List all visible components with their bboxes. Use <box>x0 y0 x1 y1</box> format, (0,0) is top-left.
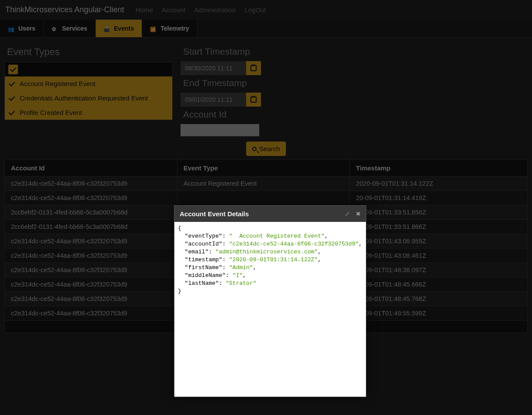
modal-json-body[interactable]: { "eventType": " Account Registered Even… <box>174 222 366 397</box>
modal-title: Account Event Details <box>180 210 345 218</box>
event-details-modal: Account Event Details ⤢ ✖ { "eventType":… <box>174 205 366 397</box>
modal-close-icon[interactable]: ✖ <box>356 211 361 217</box>
modal-maximize-icon[interactable]: ⤢ <box>345 211 350 217</box>
